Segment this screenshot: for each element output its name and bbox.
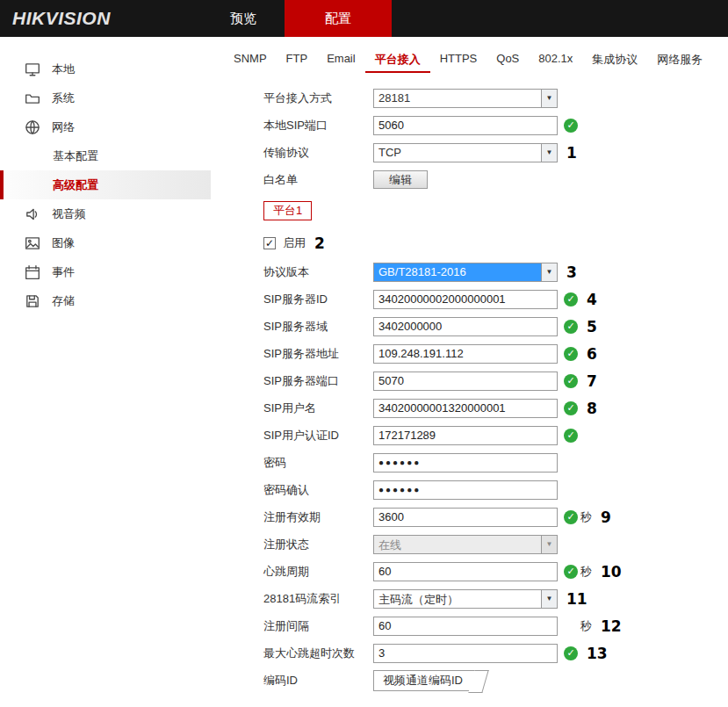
encode-id-tab[interactable]: 视频通道编码ID xyxy=(373,670,479,691)
field-label: 编码ID xyxy=(263,673,373,689)
text-input[interactable] xyxy=(373,372,558,391)
top-nav: 预览配置 xyxy=(202,0,392,37)
field-label: 本地SIP端口 xyxy=(263,118,373,133)
sidebar-item[interactable]: 视音频 xyxy=(0,199,211,228)
text-input[interactable] xyxy=(373,344,558,364)
top-bar: HIKVISION 预览配置 xyxy=(0,0,728,37)
annotation-number: 5 xyxy=(587,318,597,335)
edit-button[interactable]: 编辑 xyxy=(373,170,428,189)
field-label: 白名单 xyxy=(263,172,373,188)
valid-check-icon: ✓ xyxy=(564,347,578,361)
sidebar-item[interactable]: 网络 xyxy=(0,112,211,141)
text-input[interactable] xyxy=(373,562,558,581)
annotation-number: 3 xyxy=(566,263,577,281)
form-row: 本地SIP端口✓ xyxy=(263,112,728,139)
platform-tab-button[interactable]: 平台1 xyxy=(263,201,312,220)
field-label: 最大心跳超时次数 xyxy=(263,646,373,661)
top-nav-tab[interactable]: 配置 xyxy=(285,0,392,37)
valid-check-icon: ✓ xyxy=(564,646,578,660)
sidebar-item[interactable]: 基本配置 xyxy=(0,141,211,170)
field-label: SIP服务器ID xyxy=(263,292,373,307)
encode-tab-label: 视频通道编码ID xyxy=(383,673,463,689)
text-input[interactable] xyxy=(373,116,558,135)
sidebar-item[interactable]: 事件 xyxy=(0,257,211,286)
field-label: 心跳周期 xyxy=(263,564,373,580)
form-row: 平台1 xyxy=(263,193,728,228)
tab-item[interactable]: QoS xyxy=(487,49,529,68)
tab-item[interactable]: 网络服务 xyxy=(647,49,712,70)
dropdown-value: 主码流（定时） xyxy=(374,590,541,608)
form-row: 协议版本GB/T28181-2016▼3 xyxy=(263,258,728,285)
dropdown-select[interactable]: 主码流（定时）▼ xyxy=(373,589,558,609)
sidebar-item-label: 图像 xyxy=(52,235,75,251)
field-label: SIP服务器端口 xyxy=(263,373,373,389)
form-row: 28181码流索引主码流（定时）▼11 xyxy=(263,585,728,612)
sidebar-item-label: 存储 xyxy=(52,293,75,309)
sidebar-item[interactable]: 存储 xyxy=(0,286,211,315)
tab-item[interactable]: Email xyxy=(317,49,365,68)
field-label: 平台接入方式 xyxy=(263,90,373,106)
dropdown-select[interactable]: 28181▼ xyxy=(373,89,558,108)
dropdown-select[interactable]: 在线▼ xyxy=(373,535,558,554)
hikvision-logo: HIKVISION xyxy=(0,0,202,37)
network-icon xyxy=(25,119,40,135)
tab-item[interactable]: HTTPS xyxy=(430,49,487,68)
dropdown-value: 在线 xyxy=(374,536,541,553)
platform-form: 平台接入方式28181▼本地SIP端口✓传输协议TCP▼1白名单编辑平台1✓启用… xyxy=(211,84,728,694)
sidebar-item-label: 事件 xyxy=(52,264,75,280)
form-row: SIP服务器ID✓4 xyxy=(263,285,728,313)
dropdown-select[interactable]: GB/T28181-2016▼ xyxy=(373,263,558,282)
sidebar-item[interactable]: 高级配置 xyxy=(0,170,211,199)
dropdown-arrow-icon: ▼ xyxy=(541,144,557,162)
field-label: 注册有效期 xyxy=(263,509,373,525)
annotation-number: 9 xyxy=(601,509,611,526)
text-input[interactable] xyxy=(373,617,558,636)
field-label: SIP服务器域 xyxy=(263,319,373,335)
sidebar-item-label: 高级配置 xyxy=(53,177,98,193)
text-input[interactable] xyxy=(373,426,558,445)
tab-item[interactable]: 802.1x xyxy=(529,49,582,68)
form-row: 传输协议TCP▼1 xyxy=(263,139,728,166)
tab-bar: SNMPFTPEmail平台接入HTTPSQoS802.1x集成协议网络服务 xyxy=(211,49,728,72)
top-nav-tab[interactable]: 预览 xyxy=(202,0,285,37)
enable-checkbox[interactable]: ✓ xyxy=(263,237,276,249)
text-input[interactable] xyxy=(373,317,558,336)
text-input[interactable] xyxy=(373,508,558,527)
valid-check-icon: ✓ xyxy=(564,429,578,443)
annotation-number: 7 xyxy=(587,372,597,390)
password-input[interactable] xyxy=(373,480,558,500)
field-label: 注册状态 xyxy=(263,537,373,552)
sidebar-item-label: 基本配置 xyxy=(53,148,98,164)
form-row: 心跳周期✓秒10 xyxy=(263,558,728,585)
sidebar-item[interactable]: 本地 xyxy=(0,54,211,83)
text-input[interactable] xyxy=(373,644,558,663)
text-input[interactable] xyxy=(373,399,558,418)
sidebar-item[interactable]: 图像 xyxy=(0,228,211,257)
field-label: 密码 xyxy=(263,455,373,471)
unit-label: 秒 xyxy=(580,509,592,525)
checkbox-label: 启用 xyxy=(283,235,306,251)
valid-check-icon: ✓ xyxy=(564,374,578,388)
event-icon xyxy=(25,264,40,280)
form-row: SIP服务器地址✓6 xyxy=(263,340,728,367)
field-label: 28181码流索引 xyxy=(263,591,373,607)
tab-item[interactable]: 平台接入 xyxy=(365,49,430,73)
tab-item[interactable]: SNMP xyxy=(224,49,277,68)
unit-label: 秒 xyxy=(580,564,592,580)
form-row: SIP服务器域✓5 xyxy=(263,313,728,340)
content-area: SNMPFTPEmail平台接入HTTPSQoS802.1x集成协议网络服务 平… xyxy=(211,37,728,707)
sidebar-item[interactable]: 系统 xyxy=(0,83,211,112)
annotation-number: 4 xyxy=(587,291,597,308)
password-input[interactable] xyxy=(373,453,558,473)
dropdown-select[interactable]: TCP▼ xyxy=(373,143,558,162)
sidebar: 本地系统网络基本配置高级配置视音频图像事件存储 xyxy=(0,37,211,707)
form-row: SIP服务器端口✓7 xyxy=(263,367,728,394)
monitor-icon xyxy=(25,61,40,77)
tab-item[interactable]: FTP xyxy=(277,49,318,68)
text-input[interactable] xyxy=(373,290,558,309)
tab-item[interactable]: 集成协议 xyxy=(582,49,647,70)
main-layout: 本地系统网络基本配置高级配置视音频图像事件存储 SNMPFTPEmail平台接入… xyxy=(0,37,728,707)
annotation-number: 1 xyxy=(566,144,577,162)
form-row: 最大心跳超时次数✓13 xyxy=(263,639,728,667)
valid-check-icon: ✓ xyxy=(564,510,578,524)
